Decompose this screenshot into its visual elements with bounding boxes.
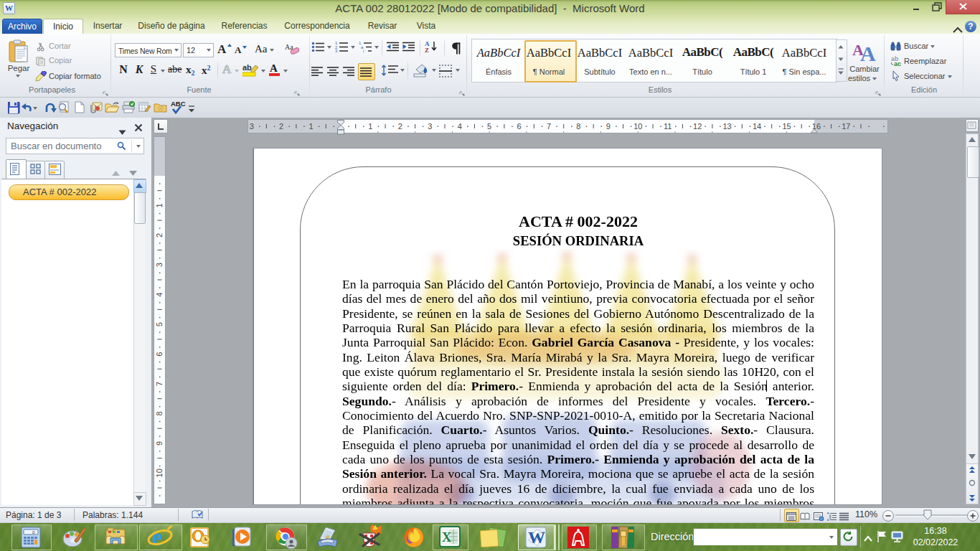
svg-text:X: X [442, 530, 451, 545]
svg-text:4: 4 [458, 122, 462, 131]
svg-text:A: A [270, 62, 278, 74]
svg-text:3: 3 [428, 122, 432, 131]
svg-text:6: 6 [517, 122, 522, 131]
svg-text:8: 8 [576, 122, 580, 131]
svg-text:3: 3 [250, 122, 254, 131]
svg-text:8: 8 [155, 411, 164, 415]
svg-text:9: 9 [606, 122, 611, 131]
svg-text:ac: ac [894, 60, 901, 67]
svg-text:Z: Z [425, 47, 429, 53]
svg-text:6: 6 [155, 352, 164, 357]
svg-text:7: 7 [547, 122, 551, 131]
svg-text:10: 10 [633, 122, 642, 131]
svg-text:2: 2 [398, 122, 402, 131]
svg-text:1: 1 [368, 122, 372, 131]
svg-text:1: 1 [309, 122, 314, 131]
svg-text:17: 17 [842, 122, 850, 131]
svg-text:5: 5 [155, 322, 164, 326]
svg-text:ABC: ABC [171, 100, 186, 108]
svg-text:3: 3 [155, 263, 164, 267]
svg-text:2: 2 [279, 122, 283, 131]
svg-text:4: 4 [155, 293, 164, 297]
svg-text:14: 14 [753, 122, 761, 131]
svg-text:A: A [860, 42, 876, 62]
svg-text:i: i [363, 49, 364, 52]
svg-text:11: 11 [664, 122, 672, 131]
svg-text:12: 12 [693, 122, 702, 131]
svg-text:9: 9 [155, 441, 164, 446]
svg-text:15: 15 [782, 122, 791, 131]
svg-text:2: 2 [155, 233, 164, 237]
svg-text:16: 16 [812, 122, 821, 131]
svg-text:e: e [152, 524, 163, 550]
svg-text:7: 7 [155, 382, 164, 386]
svg-text:10: 10 [155, 468, 164, 477]
svg-text:5: 5 [487, 122, 491, 131]
svg-text:W: W [528, 528, 545, 547]
svg-text:1: 1 [155, 203, 164, 207]
svg-text:ab: ab [242, 63, 252, 72]
svg-text:13: 13 [722, 122, 731, 131]
svg-text:3: 3 [335, 49, 338, 52]
